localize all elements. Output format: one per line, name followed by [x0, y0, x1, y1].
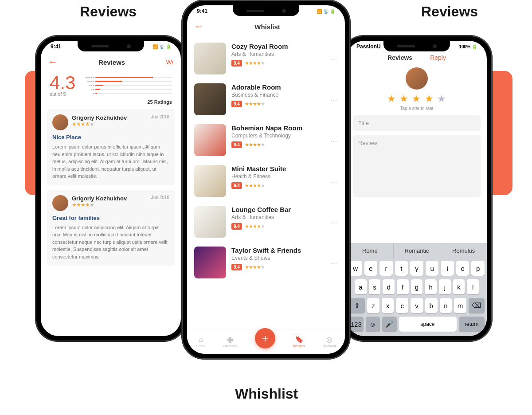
title-input[interactable]: Title	[353, 115, 481, 131]
rating-badge: 9.4	[231, 60, 242, 67]
key-f[interactable]: f	[397, 279, 409, 294]
wishlist-category: Arts & Humanities	[231, 51, 324, 57]
key-u[interactable]: u	[426, 261, 439, 276]
bar-track	[95, 93, 172, 94]
tab-account[interactable]: ◎ Account	[323, 335, 336, 348]
key-h[interactable]: h	[425, 279, 437, 294]
key-x[interactable]: x	[382, 298, 394, 313]
rating-bar-row: ★	[82, 91, 172, 95]
rating-bar-row: ★★	[82, 87, 172, 91]
key-l[interactable]: l	[467, 279, 479, 294]
key-o[interactable]: o	[456, 261, 469, 276]
wishlist-title: Mini Master Suite	[231, 165, 324, 172]
wishlist-stars: ★★★★★	[245, 264, 265, 270]
bar-stars: ★	[82, 92, 94, 95]
wishlist-title: Lounge Coffee Bar	[231, 206, 324, 213]
more-icon[interactable]: ⋮	[329, 56, 338, 61]
key-space[interactable]: space	[399, 317, 457, 332]
key-t[interactable]: t	[395, 261, 408, 276]
wishlist-thumb	[194, 124, 226, 156]
bar-track	[95, 77, 172, 78]
key-a[interactable]: a	[355, 279, 367, 294]
more-icon[interactable]: ⋮	[329, 138, 338, 142]
key-shift[interactable]: ⇧	[349, 298, 365, 313]
keyboard-suggestion[interactable]: Romantic	[394, 243, 441, 259]
key-g[interactable]: g	[411, 279, 423, 294]
wishlist-item[interactable]: Adorable Room Business & Finance 9.4 ★★★…	[194, 79, 338, 120]
review-input[interactable]: Review	[353, 135, 481, 197]
key-mic[interactable]: 🎤	[382, 317, 397, 332]
tab-reviews[interactable]: Reviews	[387, 54, 412, 61]
key-return[interactable]: return	[459, 317, 485, 332]
key-y[interactable]: y	[410, 261, 423, 276]
key-k[interactable]: k	[453, 279, 465, 294]
keyboard-suggestion[interactable]: Romulus	[440, 243, 487, 259]
rating-bars: ★★★★★ ★★★★ ★★★ ★★ ★	[82, 75, 172, 97]
key-z[interactable]: z	[367, 298, 379, 313]
key-m[interactable]: m	[454, 298, 466, 313]
review-author: Grigoriy Kozhukhov	[72, 114, 127, 121]
key-p[interactable]: p	[471, 261, 485, 276]
header-row: ← Whislist	[187, 19, 345, 35]
key-s[interactable]: s	[369, 279, 381, 294]
wishlist-category: Events & Shows	[231, 255, 324, 261]
wishlist-item[interactable]: Mini Master Suite Health & Fitness 9.4 ★…	[194, 161, 338, 201]
key-backspace[interactable]: ⌫	[469, 298, 485, 313]
tab-home[interactable]: ⌂ Home	[196, 336, 205, 348]
tab-icon: ◉	[227, 335, 233, 344]
key-i[interactable]: i	[441, 261, 454, 276]
rating-value: 4.3	[50, 74, 75, 92]
wishlist-item[interactable]: Lounge Coffee Bar Arts & Humanities 9.4 …	[194, 201, 338, 242]
rating-badge: 9.4	[231, 182, 242, 189]
tab-label: Home	[196, 344, 205, 348]
key-123[interactable]: 123	[349, 317, 364, 332]
more-icon[interactable]: ⋮	[329, 219, 338, 224]
more-icon[interactable]: ⋮	[329, 97, 338, 102]
write-link[interactable]: Wr	[166, 59, 174, 66]
review-card[interactable]: Grigoriy Kozhukhov ★★★★★ Jun 2018 Great …	[47, 190, 175, 266]
back-icon[interactable]: ←	[48, 56, 58, 68]
rating-bar-row: ★★★★★	[82, 75, 172, 79]
tab-label: Account	[323, 344, 336, 348]
key-b[interactable]: b	[425, 298, 438, 313]
key-e[interactable]: e	[364, 261, 378, 276]
key-c[interactable]: c	[396, 298, 408, 313]
fab-add-button[interactable]: ＋	[255, 328, 275, 348]
more-icon[interactable]: ⋮	[329, 260, 338, 265]
device-center: 9:41 📶 📡 🔋 ← Whislist Cozy Royal Room Ar…	[182, 0, 350, 359]
tab-reply[interactable]: Reply	[430, 54, 446, 61]
key-emoji[interactable]: ☺	[366, 317, 380, 332]
notch	[78, 41, 144, 51]
key-d[interactable]: d	[383, 279, 395, 294]
review-card[interactable]: Grigoriy Kozhukhov ★★★★★ Jun 2018 Nice P…	[47, 109, 175, 185]
wishlist-item[interactable]: Bohemian Napa Room Computers & Technolog…	[194, 120, 338, 161]
reply-tabs: Reviews Reply	[347, 54, 487, 61]
status-icons: 📶 📡 🔋	[317, 8, 335, 14]
bar-track	[95, 85, 172, 86]
wishlist-thumb	[194, 165, 226, 197]
bar-stars: ★★★★★	[82, 76, 94, 79]
rating-summary: 4.3 out of 5 ★★★★★ ★★★★ ★★★ ★★ ★	[41, 70, 181, 97]
rating-badge: 9.4	[231, 264, 242, 270]
wishlist-thumb	[194, 83, 226, 115]
rate-stars[interactable]: ★ ★ ★ ★ ★	[347, 93, 487, 105]
bar-track	[95, 89, 172, 90]
review-title: Great for families	[52, 215, 169, 221]
key-w[interactable]: w	[349, 261, 362, 276]
wishlist-item[interactable]: Cozy Royal Room Arts & Humanities 9.4 ★★…	[194, 38, 338, 79]
keyboard-suggestion[interactable]: Rome	[347, 243, 394, 259]
key-j[interactable]: j	[439, 279, 451, 294]
back-icon[interactable]: ←	[194, 21, 204, 32]
tab-whislist[interactable]: 🔖 Whislist	[293, 335, 305, 348]
wishlist-title: Cozy Royal Room	[231, 43, 324, 50]
tab-icon: 🔖	[295, 335, 304, 344]
key-n[interactable]: n	[440, 298, 452, 313]
wishlist-item[interactable]: Taylor Swift & Friends Events & Shows 9.…	[194, 242, 338, 283]
review-stars: ★★★★★	[72, 202, 127, 208]
tab-discover[interactable]: ◉ Discover	[223, 335, 237, 348]
more-icon[interactable]: ⋮	[329, 179, 338, 183]
key-r[interactable]: r	[379, 261, 393, 276]
key-v[interactable]: v	[411, 298, 423, 313]
rating-badge: 9.4	[231, 101, 242, 107]
wishlist-category: Computers & Technology	[231, 133, 324, 139]
